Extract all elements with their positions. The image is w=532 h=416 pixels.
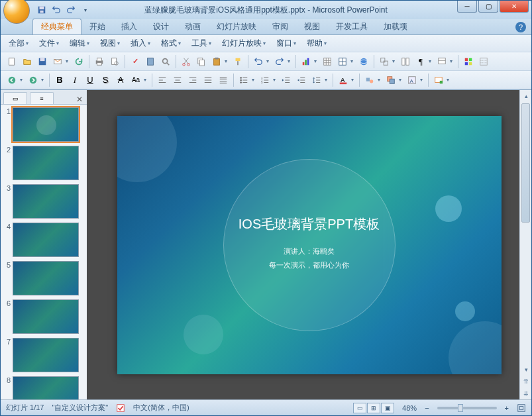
zoom-out-icon[interactable]: − (425, 404, 429, 412)
slide-thumbnail[interactable]: 6 (3, 299, 84, 334)
undo-dropdown[interactable]: ▾ (266, 58, 272, 64)
bullets-icon[interactable] (237, 73, 251, 87)
tab-design[interactable]: 设计 (145, 19, 177, 34)
copy-icon[interactable] (194, 54, 209, 69)
zoom-icon[interactable] (435, 54, 449, 69)
group-icon[interactable] (377, 54, 392, 69)
bullets-dropdown[interactable]: ▾ (252, 77, 257, 83)
quick-styles-icon[interactable]: A (405, 73, 419, 87)
fontcase-dropdown[interactable]: ▾ (144, 77, 149, 83)
strikethrough-icon[interactable]: A (113, 73, 128, 87)
table2-icon[interactable] (335, 54, 350, 69)
qat-dropdown-icon[interactable]: ▾ (79, 3, 92, 17)
menu-tools[interactable]: 工具▾ (187, 36, 215, 50)
align-left-icon[interactable] (155, 73, 170, 87)
tab-classic[interactable]: 经典菜单 (32, 19, 81, 34)
line-spacing-dropdown[interactable]: ▾ (325, 77, 330, 83)
numbering-icon[interactable]: 123 (258, 73, 272, 87)
scroll-down-icon[interactable]: ▾ (520, 364, 531, 376)
slide-counter[interactable]: 幻灯片 1/17 (6, 403, 44, 413)
theme-name[interactable]: "自定义设计方案" (52, 403, 108, 413)
chart-dropdown[interactable]: ▾ (314, 58, 319, 64)
grid-icon[interactable] (476, 54, 491, 69)
scroll-thumb[interactable] (521, 103, 530, 223)
decrease-indent-icon[interactable] (294, 73, 309, 87)
columns-icon[interactable] (398, 54, 413, 69)
slide-thumbnail[interactable]: 1 (3, 107, 84, 142)
slide-thumbnail[interactable]: 4 (3, 223, 84, 257)
slide-canvas[interactable]: IOS毛玻璃背景PPT模板 演讲人：海鸥矣 每一次演示，都用心为你 (117, 116, 502, 374)
new-slide-icon[interactable] (431, 73, 446, 87)
spellcheck-status-icon[interactable] (116, 403, 125, 413)
open-icon[interactable] (20, 54, 34, 69)
close-button[interactable]: ✕ (500, 1, 529, 13)
tab-view[interactable]: 视图 (296, 19, 328, 34)
paste-dropdown[interactable]: ▾ (225, 58, 230, 64)
align-center-icon[interactable] (170, 73, 185, 87)
scroll-up-icon[interactable]: ▴ (520, 90, 531, 102)
slideshow-view-icon[interactable]: ▣ (381, 403, 394, 413)
menu-edit[interactable]: 编辑▾ (66, 36, 93, 50)
menu-view[interactable]: 视图▾ (96, 36, 124, 50)
panel-close-icon[interactable]: ✕ (76, 95, 83, 104)
italic-icon[interactable]: I (68, 73, 82, 87)
showhide-icon[interactable]: ¶ (413, 54, 428, 69)
mail-icon[interactable] (50, 54, 65, 69)
new-slide-dropdown[interactable]: ▾ (447, 77, 452, 83)
bold-icon[interactable]: B (52, 73, 67, 87)
slide-presenter[interactable]: 演讲人：海鸥矣 (284, 246, 335, 256)
hyperlink-icon[interactable] (356, 54, 371, 69)
search-icon[interactable] (158, 54, 173, 69)
fontcase-icon[interactable]: Aa (129, 73, 143, 87)
save-icon[interactable] (35, 3, 48, 17)
arrange-icon[interactable] (384, 73, 398, 87)
sorter-view-icon[interactable]: ⊞ (367, 403, 380, 413)
format-painter-icon[interactable] (231, 54, 245, 69)
align-justify-icon[interactable] (201, 73, 215, 87)
quick-styles-dropdown[interactable]: ▾ (420, 77, 425, 83)
refresh-icon[interactable] (72, 54, 86, 69)
group-dropdown[interactable]: ▾ (392, 58, 398, 64)
shadow-icon[interactable]: S (98, 73, 113, 87)
tab-animation[interactable]: 动画 (177, 19, 209, 34)
table-icon[interactable] (320, 54, 335, 69)
chart-icon[interactable] (299, 54, 313, 69)
zoom-dropdown[interactable]: ▾ (450, 58, 455, 64)
showhide-dropdown[interactable]: ▾ (429, 58, 434, 64)
shapes-dropdown[interactable]: ▾ (378, 77, 383, 83)
menu-format[interactable]: 格式▾ (157, 36, 185, 50)
slide-thumbnail[interactable]: 8 (3, 376, 84, 399)
back-dropdown[interactable]: ▾ (20, 77, 25, 83)
slide-motto[interactable]: 每一次演示，都用心为你 (269, 260, 349, 270)
slide-thumbnail[interactable]: 2 (3, 146, 84, 180)
zoom-slider[interactable] (437, 407, 497, 409)
font-color-dropdown[interactable]: ▾ (351, 77, 356, 83)
arrange-dropdown[interactable]: ▾ (399, 77, 404, 83)
menu-window[interactable]: 窗口▾ (272, 36, 300, 50)
mail-dropdown[interactable]: ▾ (66, 58, 71, 64)
undo-icon[interactable] (251, 54, 266, 69)
forward-dropdown[interactable]: ▾ (41, 77, 46, 83)
slide-editor[interactable]: IOS毛玻璃背景PPT模板 演讲人：海鸥矣 每一次演示，都用心为你 ▴ ▾ ⇈ … (87, 90, 531, 399)
align-right-icon[interactable] (186, 73, 200, 87)
tab-insert[interactable]: 插入 (113, 19, 145, 34)
vertical-scrollbar[interactable]: ▴ ▾ ⇈ ⇊ (519, 90, 531, 399)
maximize-button[interactable]: ▢ (478, 1, 498, 13)
increase-indent-icon[interactable] (279, 73, 293, 87)
shapes-icon[interactable] (362, 73, 377, 87)
underline-icon[interactable]: U (83, 73, 97, 87)
research-icon[interactable] (143, 54, 158, 69)
tab-review[interactable]: 审阅 (264, 19, 296, 34)
menu-file[interactable]: 文件▾ (35, 36, 63, 50)
menu-insert[interactable]: 插入▾ (127, 36, 154, 50)
forward-icon[interactable] (26, 73, 40, 87)
slide-thumbnail[interactable]: 5 (3, 261, 84, 295)
paste-icon[interactable] (209, 54, 224, 69)
slide-title[interactable]: IOS毛玻璃背景PPT模板 (239, 215, 380, 233)
menu-all[interactable]: 全部▾ (5, 36, 32, 50)
new-icon[interactable] (5, 54, 19, 69)
line-spacing-icon[interactable] (309, 73, 324, 87)
fit-window-icon[interactable] (517, 403, 526, 413)
font-color-icon[interactable]: A (336, 73, 350, 87)
print-preview-icon[interactable] (107, 54, 122, 69)
